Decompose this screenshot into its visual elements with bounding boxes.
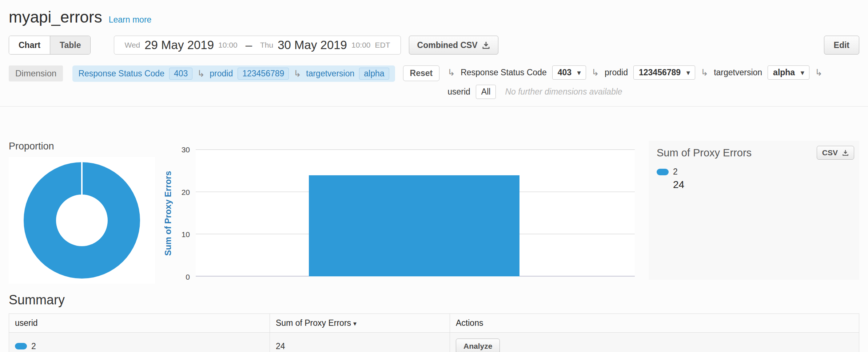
analyze-button[interactable]: Analyze xyxy=(456,339,500,352)
breadcrumb-name: Response Status Code xyxy=(78,69,164,79)
column-header-sum-label: Sum of Proxy Errors xyxy=(276,318,351,328)
dimension-bar: Dimension Response Status Code 403 ↳ pro… xyxy=(9,65,859,99)
page-title: myapi_errors xyxy=(9,8,102,26)
combined-csv-button[interactable]: Combined CSV xyxy=(409,36,498,55)
cell-userid: 2 xyxy=(9,333,270,352)
column-header-actions: Actions xyxy=(450,314,859,333)
breadcrumb-value[interactable]: 123456789 xyxy=(238,68,289,80)
download-icon xyxy=(842,149,849,156)
y-tick-label: 20 xyxy=(182,188,190,197)
caret-down-icon: ▾ xyxy=(577,69,581,77)
y-tick-label: 30 xyxy=(182,145,190,154)
section-divider xyxy=(0,106,868,107)
branch-arrow-icon: ↳ xyxy=(447,68,455,77)
table-header-row: userid Sum of Proxy Errors▾ Actions xyxy=(9,314,859,333)
chart-view-button[interactable]: Chart xyxy=(9,36,50,54)
start-day: Wed xyxy=(124,41,140,49)
bar-plot-area xyxy=(196,150,635,276)
series-swatch xyxy=(15,343,27,349)
sort-caret-icon: ▾ xyxy=(353,320,357,327)
download-icon xyxy=(482,41,490,49)
charts-row: Proportion Sum of Proxy Errors 3020100 S… xyxy=(0,141,868,284)
page: myapi_errors Learn more Chart Table Wed … xyxy=(0,0,868,352)
page-header: myapi_errors Learn more xyxy=(0,0,868,26)
column-header-sum[interactable]: Sum of Proxy Errors▾ xyxy=(270,314,450,333)
selector-name: targetversion xyxy=(714,68,762,77)
caret-down-icon: ▾ xyxy=(686,69,690,77)
end-day: Thu xyxy=(260,41,273,49)
end-date: 30 May 2019 xyxy=(278,38,347,52)
edit-label: Edit xyxy=(834,40,849,50)
timezone-label: EDT xyxy=(375,41,390,49)
cell-sum-value: 24 xyxy=(270,333,450,352)
legend-panel: Sum of Proxy Errors CSV 2 24 xyxy=(649,141,859,280)
view-toggle: Chart Table xyxy=(9,36,91,55)
donut-hole xyxy=(56,195,108,246)
toolbar: Chart Table Wed 29 May 2019 10:00 – Thu … xyxy=(9,36,859,55)
branch-arrow-icon: ↳ xyxy=(197,69,205,78)
summary-table: userid Sum of Proxy Errors▾ Actions 2 24… xyxy=(9,313,859,352)
selector-value: 123456789 xyxy=(639,68,681,77)
userid-all-chip[interactable]: All xyxy=(476,85,496,99)
donut-slice-userid-2[interactable] xyxy=(24,162,140,279)
selector-dropdown-targetversion[interactable]: alpha ▾ xyxy=(768,65,809,80)
breadcrumb-value[interactable]: alpha xyxy=(359,68,389,80)
selector-line-1: ↳ Response Status Code 403 ▾ ↳ prodid 12… xyxy=(447,65,823,80)
y-tick-label: 10 xyxy=(182,230,190,239)
legend-label: 2 xyxy=(673,167,678,177)
breadcrumb-name: targetversion xyxy=(306,69,354,79)
legend-value: 24 xyxy=(673,179,854,191)
end-time: 10:00 xyxy=(351,41,371,49)
summary-title: Summary xyxy=(9,292,859,308)
selector-name: prodid xyxy=(605,68,628,77)
series-swatch xyxy=(657,169,669,175)
date-range-separator: – xyxy=(246,38,252,52)
y-axis-ticks: 3020100 xyxy=(173,150,196,277)
column-header-userid[interactable]: userid xyxy=(9,314,270,333)
selector-dropdown-prodid[interactable]: 123456789 ▾ xyxy=(633,65,695,80)
dimension-breadcrumb: Response Status Code 403 ↳ prodid 123456… xyxy=(72,65,395,82)
table-row: 2 24 Analyze xyxy=(9,333,859,352)
edit-button[interactable]: Edit xyxy=(824,36,859,55)
selector-line-2: userid All No further dimensions availab… xyxy=(447,85,823,99)
legend-item[interactable]: 2 xyxy=(657,167,854,177)
breadcrumb-name: prodid xyxy=(210,69,233,79)
cell-userid-value: 2 xyxy=(31,341,36,351)
donut-slice-gap xyxy=(81,162,83,195)
selector-value: 403 xyxy=(558,68,572,77)
caret-down-icon: ▾ xyxy=(801,69,804,77)
y-tick-label: 0 xyxy=(186,273,190,281)
proportion-title: Proportion xyxy=(9,141,155,152)
csv-label: CSV xyxy=(822,148,838,157)
cell-actions: Analyze xyxy=(450,333,859,352)
selector-name: Response Status Code xyxy=(461,68,547,77)
y-axis-label: Sum of Proxy Errors xyxy=(163,171,173,256)
combined-csv-label: Combined CSV xyxy=(417,40,478,50)
selector-value: alpha xyxy=(773,68,795,77)
gridline xyxy=(196,149,635,150)
proportion-panel: Proportion xyxy=(9,141,155,284)
start-date: 29 May 2019 xyxy=(144,38,214,52)
selector-dropdown-response-status-code[interactable]: 403 ▾ xyxy=(552,65,586,80)
legend-header: Sum of Proxy Errors CSV xyxy=(657,146,854,160)
branch-arrow-icon: ↳ xyxy=(815,68,823,77)
csv-button[interactable]: CSV xyxy=(817,146,854,160)
date-range-picker[interactable]: Wed 29 May 2019 10:00 – Thu 30 May 2019 … xyxy=(114,36,401,55)
branch-arrow-icon: ↳ xyxy=(294,69,301,78)
bar-chart: Sum of Proxy Errors 3020100 xyxy=(163,150,635,277)
start-time: 10:00 xyxy=(218,41,238,49)
reset-button[interactable]: Reset xyxy=(403,65,440,81)
dimension-selectors: ↳ Response Status Code 403 ▾ ↳ prodid 12… xyxy=(447,65,823,99)
no-further-dimensions-text: No further dimensions available xyxy=(505,87,622,97)
legend-title: Sum of Proxy Errors xyxy=(657,147,752,159)
breadcrumb-value[interactable]: 403 xyxy=(169,68,192,80)
selector-name-userid: userid xyxy=(447,87,470,97)
table-view-button[interactable]: Table xyxy=(50,36,90,54)
branch-arrow-icon: ↳ xyxy=(701,68,708,77)
bar-userid-2[interactable] xyxy=(309,175,519,276)
proportion-donut-chart xyxy=(9,157,155,284)
learn-more-link[interactable]: Learn more xyxy=(109,15,152,25)
branch-arrow-icon: ↳ xyxy=(592,68,599,77)
dimension-label: Dimension xyxy=(9,65,63,81)
